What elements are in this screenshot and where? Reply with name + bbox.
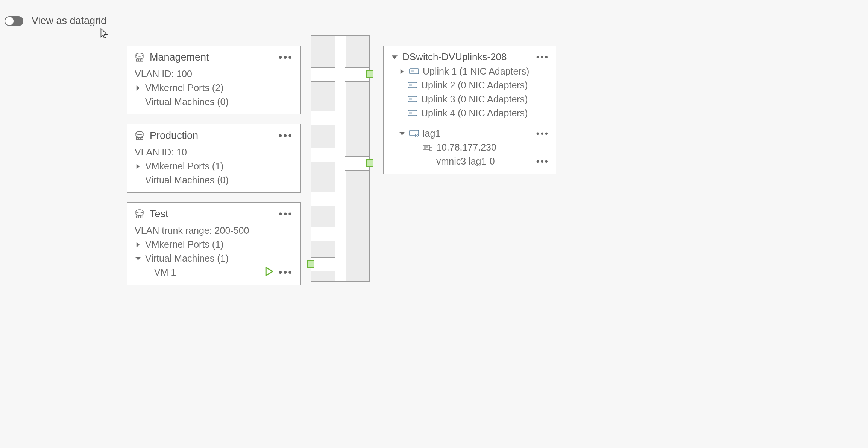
topology-branch bbox=[311, 67, 335, 82]
lag-icon bbox=[409, 130, 419, 137]
svg-rect-6 bbox=[139, 137, 140, 139]
topology-branch bbox=[311, 257, 335, 271]
svg-rect-19 bbox=[409, 112, 412, 114]
topology-branch bbox=[311, 111, 335, 125]
view-as-datagrid-toggle[interactable] bbox=[5, 16, 23, 26]
uplink-status-indicator bbox=[366, 70, 373, 78]
port-group-title: Management bbox=[150, 52, 273, 63]
chevron-right-icon bbox=[135, 85, 141, 91]
vm-name: VM 1 bbox=[154, 267, 265, 278]
port-group-actions-menu[interactable]: ••• bbox=[279, 51, 293, 63]
svg-rect-7 bbox=[141, 137, 143, 139]
virtual-machines-label: Virtual Machines (0) bbox=[145, 96, 229, 107]
lag-nic-actions-menu[interactable]: ••• bbox=[536, 156, 549, 167]
uplink-label: Uplink 4 (0 NIC Adapters) bbox=[421, 108, 528, 119]
lag-host-label: 10.78.177.230 bbox=[436, 142, 496, 153]
vlan-label: VLAN trunk range: 200-500 bbox=[135, 225, 293, 236]
svg-point-0 bbox=[136, 53, 143, 56]
uplink-row[interactable]: Uplink 2 (0 NIC Adapters) bbox=[390, 80, 549, 91]
virtual-machines-row[interactable]: Virtual Machines (0) bbox=[135, 96, 293, 107]
lag-name: lag1 bbox=[423, 128, 440, 139]
vlan-label: VLAN ID: 100 bbox=[135, 69, 293, 79]
port-group-title: Production bbox=[150, 130, 273, 142]
svg-rect-15 bbox=[409, 84, 412, 86]
port-group-card-test: Test ••• VLAN trunk range: 200-500 VMker… bbox=[127, 202, 301, 285]
port-group-icon bbox=[135, 131, 144, 140]
chevron-down-icon bbox=[399, 131, 405, 136]
nic-icon bbox=[408, 82, 417, 89]
vmkernel-ports-label: VMkernel Ports (1) bbox=[145, 161, 223, 172]
svg-rect-10 bbox=[139, 216, 140, 218]
vlan-label: VLAN ID: 10 bbox=[135, 147, 293, 158]
lag-nic-label: vmnic3 lag1-0 bbox=[436, 156, 495, 167]
uplink-label: Uplink 3 (0 NIC Adapters) bbox=[421, 94, 528, 105]
vm-power-on-icon[interactable] bbox=[265, 267, 273, 278]
svg-rect-11 bbox=[141, 216, 143, 218]
topology-branch bbox=[311, 227, 335, 241]
chevron-right-icon bbox=[135, 164, 141, 169]
svg-rect-23 bbox=[429, 148, 432, 151]
nic-icon bbox=[408, 110, 417, 117]
nic-icon bbox=[409, 68, 419, 75]
uplink-label: Uplink 1 (1 NIC Adapters) bbox=[423, 66, 529, 77]
topology-connector bbox=[311, 35, 370, 282]
chevron-down-icon[interactable] bbox=[390, 54, 399, 60]
chevron-right-icon bbox=[399, 69, 405, 74]
nic-icon bbox=[408, 96, 417, 103]
divider bbox=[384, 124, 556, 124]
vmkernel-ports-label: VMkernel Ports (1) bbox=[145, 239, 223, 250]
toggle-knob bbox=[5, 17, 14, 25]
cursor-icon bbox=[100, 28, 108, 39]
port-group-card-management: Management ••• VLAN ID: 100 VMkernel Por… bbox=[127, 46, 301, 114]
port-group-icon bbox=[135, 209, 144, 219]
uplink-row[interactable]: Uplink 3 (0 NIC Adapters) bbox=[390, 94, 549, 105]
vmkernel-ports-label: VMkernel Ports (2) bbox=[145, 82, 223, 93]
host-icon bbox=[423, 144, 432, 151]
chevron-right-icon bbox=[135, 242, 141, 247]
port-group-card-production: Production ••• VLAN ID: 10 VMkernel Port… bbox=[127, 124, 301, 193]
chevron-down-icon bbox=[135, 256, 141, 261]
svg-point-8 bbox=[136, 210, 143, 213]
vmkernel-ports-row[interactable]: VMkernel Ports (1) bbox=[135, 161, 293, 172]
port-group-title: Test bbox=[150, 208, 273, 220]
virtual-machines-row[interactable]: Virtual Machines (0) bbox=[135, 175, 293, 186]
vm-actions-menu[interactable]: ••• bbox=[279, 266, 293, 278]
svg-point-4 bbox=[136, 131, 143, 135]
virtual-machines-label: Virtual Machines (0) bbox=[145, 175, 229, 186]
port-group-icon bbox=[135, 52, 144, 62]
uplink-group-title: DSwitch-DVUplinks-208 bbox=[402, 51, 533, 63]
virtual-machines-row[interactable]: Virtual Machines (1) bbox=[135, 253, 293, 264]
svg-rect-2 bbox=[139, 59, 140, 61]
topology-branch bbox=[311, 192, 335, 206]
vm-row[interactable]: VM 1 ••• bbox=[135, 266, 293, 278]
svg-rect-5 bbox=[136, 137, 138, 139]
port-group-actions-menu[interactable]: ••• bbox=[279, 208, 293, 220]
svg-rect-17 bbox=[409, 98, 412, 100]
uplink-label: Uplink 2 (0 NIC Adapters) bbox=[421, 80, 528, 91]
svg-rect-3 bbox=[141, 59, 143, 61]
port-group-actions-menu[interactable]: ••• bbox=[279, 130, 293, 142]
lag-row[interactable]: lag1 ••• bbox=[390, 128, 549, 139]
lag-host-row[interactable]: 10.78.177.230 bbox=[390, 142, 549, 153]
vmkernel-ports-row[interactable]: VMkernel Ports (2) bbox=[135, 82, 293, 93]
lag-actions-menu[interactable]: ••• bbox=[536, 128, 549, 139]
uplink-row[interactable]: Uplink 4 (0 NIC Adapters) bbox=[390, 108, 549, 119]
lag-nic-row[interactable]: vmnic3 lag1-0 ••• bbox=[390, 156, 549, 167]
virtual-machines-label: Virtual Machines (1) bbox=[145, 253, 229, 264]
uplink-group-actions-menu[interactable]: ••• bbox=[536, 52, 549, 62]
uplink-status-indicator bbox=[366, 159, 373, 167]
uplink-group-card: DSwitch-DVUplinks-208 ••• Uplink 1 (1 NI… bbox=[383, 46, 556, 174]
svg-rect-13 bbox=[411, 70, 414, 72]
vmkernel-ports-row[interactable]: VMkernel Ports (1) bbox=[135, 239, 293, 250]
uplink-row[interactable]: Uplink 1 (1 NIC Adapters) bbox=[390, 66, 549, 77]
topology-branch bbox=[311, 148, 335, 162]
view-as-datagrid-label: View as datagrid bbox=[32, 15, 106, 27]
svg-rect-1 bbox=[136, 59, 138, 61]
vm-status-indicator bbox=[307, 260, 314, 268]
svg-rect-9 bbox=[136, 216, 138, 218]
